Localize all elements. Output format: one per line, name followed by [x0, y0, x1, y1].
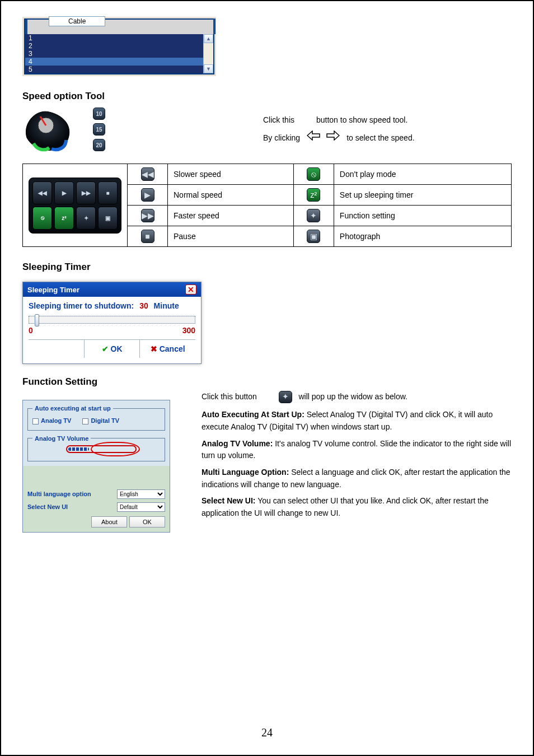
dialog-title: Sleeping Timer — [27, 286, 79, 294]
text: By clicking — [263, 133, 300, 142]
timer-value: 30 — [139, 301, 148, 310]
list-item[interactable]: 3 — [25, 50, 213, 58]
language-select[interactable]: English — [117, 489, 165, 499]
text: Click this button — [202, 392, 257, 401]
speed-15-button[interactable]: 15 — [93, 123, 105, 136]
digital-checkbox[interactable]: Digital TV — [82, 417, 119, 424]
playback-panel-icon: ◀◀ ▶ ▶▶ ■ ⦸ z² ✦ ▣ — [29, 178, 121, 234]
slider-min: 0 — [29, 326, 33, 335]
section-funcset-title: Function Setting — [22, 376, 512, 388]
slider-max: 300 — [182, 326, 195, 335]
sleep-icon: z² — [54, 207, 74, 230]
sleeping-timer-dialog: Sleeping Timer ✕ Sleeping timer to shutd… — [22, 282, 202, 364]
no-play-icon: ⦸ — [307, 167, 320, 181]
lang-label: Multi language option — [27, 491, 91, 497]
text: Click this — [263, 115, 294, 124]
buttons-table: ◀◀ ▶ ▶▶ ■ ⦸ z² ✦ ▣ ◀◀ Slower speed ⦸ Don… — [22, 164, 512, 247]
list-item[interactable]: 5 — [25, 66, 213, 73]
scroll-down-icon[interactable]: ▼ — [204, 64, 213, 73]
settings-icon: ✦ — [307, 209, 320, 222]
desc: Pause — [168, 226, 294, 247]
play-icon: ▶ — [54, 181, 74, 204]
autoexec-title: Auto Executing At Start Up: — [202, 410, 305, 419]
fastfwd-icon: ▶▶ — [76, 181, 96, 204]
list-item[interactable]: 1 — [25, 34, 213, 42]
volume-slider[interactable] — [66, 445, 137, 453]
page-number: 24 — [1, 726, 533, 739]
vol-title: Analog TV Volume: — [202, 439, 273, 448]
cable-panel: Cable 1 2 3 4 5 ▲ ▼ — [22, 17, 216, 76]
text: to select the speed. — [346, 133, 414, 142]
text: button to show speed tool. — [316, 115, 407, 124]
ui-label: Select New UI — [27, 503, 68, 510]
rewind-icon: ◀◀ — [141, 167, 154, 181]
stop-icon: ■ — [141, 230, 154, 243]
fastfwd-icon: ▶▶ — [141, 209, 154, 222]
cable-list[interactable]: 1 2 3 4 5 — [25, 34, 213, 73]
ok-button[interactable]: ✔OK — [84, 340, 140, 358]
sleep-icon: z² — [307, 188, 320, 202]
desc: Photograph — [334, 226, 511, 247]
options-dialog: Auto executing at start up Analog TV Dig… — [22, 400, 170, 533]
desc: Don't play mode — [334, 164, 511, 185]
photo-icon: ▣ — [307, 230, 320, 243]
section-timer-title: Sleeping Timer — [22, 262, 512, 273]
desc: Set up sleeping timer — [334, 185, 511, 206]
desc: Faster speed — [168, 206, 294, 226]
speed-value-buttons: 10 15 20 — [93, 108, 105, 151]
ok-button[interactable]: OK — [129, 516, 165, 528]
timer-slider[interactable] — [29, 316, 195, 324]
cancel-button[interactable]: ✖Cancel — [139, 340, 195, 358]
timer-label: Sleeping timer to shutdown: — [29, 301, 134, 310]
play-icon: ▶ — [141, 188, 154, 202]
desc: Function setting — [334, 206, 511, 226]
arrow-right-icon — [326, 130, 340, 141]
arrow-left-icon — [307, 130, 320, 141]
auto-exec-legend: Auto executing at start up — [32, 405, 113, 412]
speed-10-button[interactable]: 10 — [93, 108, 105, 120]
text: will pop up the widow as below. — [298, 392, 407, 401]
desc: Normal speed — [168, 185, 294, 206]
scrollbar[interactable]: ▲ ▼ — [203, 34, 213, 73]
lang-title: Multi Language Option: — [202, 468, 289, 477]
analog-checkbox[interactable]: Analog TV — [32, 417, 71, 424]
about-button[interactable]: About — [91, 516, 127, 528]
desc: Slower speed — [168, 164, 294, 185]
close-icon[interactable]: ✕ — [185, 284, 196, 295]
stop-icon: ■ — [98, 181, 118, 204]
settings-icon: ✦ — [279, 391, 292, 403]
rewind-icon: ◀◀ — [32, 181, 52, 204]
slider-thumb-icon[interactable] — [35, 314, 39, 326]
photo-icon: ▣ — [98, 207, 118, 230]
settings-icon: ✦ — [76, 207, 96, 230]
speed-tool-icon — [22, 106, 73, 152]
analog-vol-label: Analog TV Volume — [32, 435, 91, 442]
scroll-up-icon[interactable]: ▲ — [204, 34, 213, 43]
speed-20-button[interactable]: 20 — [93, 139, 105, 151]
list-item[interactable]: 4 — [25, 58, 213, 66]
timer-unit: Minute — [154, 301, 179, 310]
ui-title: Select New UI: — [202, 496, 255, 505]
ui-select[interactable]: Default — [117, 502, 165, 512]
list-item[interactable]: 2 — [25, 42, 213, 50]
section-speed-title: Speed option Tool — [22, 91, 512, 102]
no-play-icon: ⦸ — [32, 207, 52, 230]
cable-tab[interactable]: Cable — [49, 16, 105, 26]
